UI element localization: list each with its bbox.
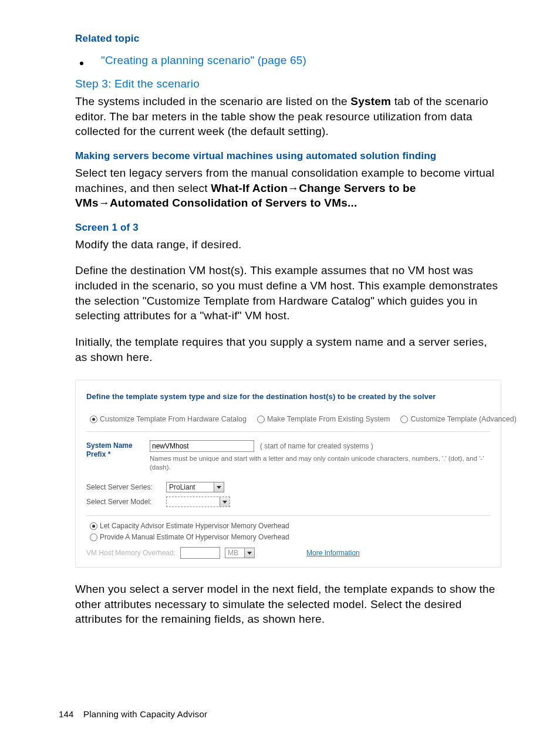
para-after-dialog: When you select a server model in the ne…	[75, 582, 501, 627]
divider	[86, 515, 490, 516]
server-model-select[interactable]	[166, 497, 230, 507]
server-select-block: Select Server Series: ProLiant Select Se…	[86, 482, 490, 507]
system-name-input[interactable]	[150, 440, 254, 452]
footer-label: Planning with Capacity Advisor	[83, 709, 207, 719]
select-value: MB	[225, 548, 244, 558]
memory-unit-select[interactable]: MB	[225, 548, 255, 558]
radio-icon	[90, 522, 97, 530]
page-number: 144	[59, 709, 74, 719]
chevron-down-icon	[244, 548, 254, 558]
radio-label: Provide A Manual Estimate Of Hypervisor …	[100, 533, 289, 541]
select-value: ProLiant	[167, 482, 214, 492]
bold-system: System	[350, 95, 391, 107]
server-series-label: Select Server Series:	[86, 483, 163, 491]
select-value	[167, 497, 220, 507]
radio-icon	[90, 534, 97, 541]
text-fragment: The systems included in the scenario are…	[75, 95, 350, 107]
radio-icon	[90, 416, 97, 423]
radio-customize-advanced[interactable]: Customize Template (Advanced)	[400, 415, 516, 423]
radio-manual-overhead[interactable]: Provide A Manual Estimate Of Hypervisor …	[90, 533, 490, 541]
memory-overhead-input[interactable]	[180, 547, 220, 559]
screen1-heading: Screen 1 of 3	[75, 222, 501, 234]
server-series-select[interactable]: ProLiant	[166, 482, 224, 492]
memory-overhead-block: Let Capacity Advisor Estimate Hypervisor…	[86, 522, 490, 559]
radio-customize-catalog[interactable]: Customize Template From Hardware Catalog	[90, 415, 247, 423]
para-initially: Initially, the template requires that yo…	[75, 335, 501, 364]
related-topic-bullet: "Creating a planning scenario" (page 65)	[75, 54, 501, 67]
radio-label: Let Capacity Advisor Estimate Hypervisor…	[100, 522, 289, 530]
para-modify-range: Modify the data range, if desired.	[75, 237, 501, 252]
radio-label: Customize Template (Advanced)	[410, 415, 516, 423]
bullet-icon	[80, 62, 83, 65]
arrow-icon: →	[99, 197, 110, 209]
bold-whatif: What-If Action	[211, 182, 288, 194]
system-name-row: System Name Prefix * ( start of name for…	[86, 440, 490, 471]
radio-estimate-overhead[interactable]: Let Capacity Advisor Estimate Hypervisor…	[90, 522, 490, 530]
server-model-label: Select Server Model:	[86, 498, 163, 506]
bold-automated: Automated Consolidation of Servers to VM…	[110, 197, 357, 209]
related-topic-heading: Related topic	[75, 33, 501, 45]
system-name-rules: Names must be unique and start with a le…	[150, 454, 490, 471]
page-footer: 144 Planning with Capacity Advisor	[59, 709, 207, 719]
radio-label: Customize Template From Hardware Catalog	[100, 415, 247, 423]
chevron-down-icon	[214, 482, 224, 492]
radio-icon	[257, 416, 265, 423]
radio-icon	[400, 416, 408, 423]
divider	[86, 431, 490, 432]
dialog-title: Define the template system type and size…	[86, 392, 490, 401]
more-information-link[interactable]: More Information	[306, 549, 360, 557]
para-select-ten: Select ten legacy servers from the manua…	[75, 166, 501, 211]
radio-label: Make Template From Existing System	[267, 415, 390, 423]
system-name-label: System Name Prefix *	[86, 440, 144, 459]
arrow-icon: →	[288, 182, 299, 194]
related-topic-link[interactable]: "Creating a planning scenario" (page 65)	[101, 54, 306, 67]
para-scenario-systems: The systems included in the scenario are…	[75, 94, 501, 139]
memory-overhead-label: VM Host Memory Overhead:	[86, 549, 176, 557]
step3-heading: Step 3: Edit the scenario	[75, 77, 501, 90]
template-dialog: Define the template system type and size…	[75, 380, 501, 568]
chevron-down-icon	[220, 497, 230, 507]
radio-existing-system[interactable]: Make Template From Existing System	[257, 415, 390, 423]
para-define-dest: Define the destination VM host(s). This …	[75, 263, 501, 323]
template-source-radios: Customize Template From Hardware Catalog…	[86, 415, 490, 423]
making-servers-heading: Making servers become virtual machines u…	[75, 150, 501, 162]
system-name-hint: ( start of name for created systems )	[260, 442, 373, 450]
